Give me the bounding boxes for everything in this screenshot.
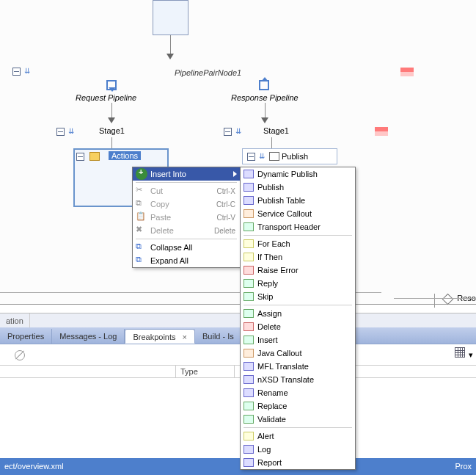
menu-separator	[244, 235, 352, 236]
submenu-item[interactable]: Java Callout	[241, 347, 355, 360]
ruler-line	[394, 298, 476, 299]
submenu-label: nXSD Translate	[257, 375, 351, 384]
menu-paste: 📋 Paste Ctrl-V	[133, 211, 240, 224]
menu-copy: ⧉ Copy Ctrl-C	[133, 197, 240, 211]
submenu-item[interactable]: Publish	[241, 181, 355, 194]
menu-expand-all[interactable]: ⧉ Expand All	[133, 254, 240, 267]
submenu-item[interactable]: Rename	[241, 386, 355, 399]
actions-controls[interactable]	[76, 151, 101, 161]
action-icon	[244, 266, 254, 275]
dropdown-arrow-icon[interactable]: ▾	[469, 350, 473, 359]
start-node[interactable]	[153, 0, 188, 35]
submenu-label: Skip	[257, 292, 351, 301]
action-icon	[244, 209, 254, 218]
action-icon	[244, 183, 254, 192]
submenu-item[interactable]: Validate	[241, 413, 355, 426]
shortcut-label: Ctrl-C	[216, 200, 235, 209]
folder-icon	[89, 152, 100, 161]
column-headers: Type	[0, 365, 476, 378]
submenu-label: If Then	[257, 253, 351, 261]
submenu-item[interactable]: Dynamic Publish	[241, 167, 355, 181]
submenu-label: Java Callout	[257, 349, 351, 358]
dnd-handle-icon[interactable]	[259, 153, 267, 161]
submenu-label: Reply	[257, 279, 351, 288]
tab-properties[interactable]: Properties	[0, 329, 52, 344]
action-icon	[244, 415, 254, 424]
submenu-item[interactable]: nXSD Translate	[241, 373, 355, 386]
submenu-item[interactable]: If Then	[241, 250, 355, 264]
action-icon	[244, 402, 254, 410]
disable-filter-icon[interactable]	[15, 350, 25, 360]
submenu-item[interactable]: Insert	[241, 333, 355, 347]
tab-messages-log[interactable]: Messages - Log	[52, 329, 125, 344]
action-icon	[244, 375, 254, 384]
tab-breakpoints[interactable]: Breakpoints ×	[125, 329, 195, 344]
column-header[interactable]: Type	[176, 366, 235, 377]
submenu-label: Publish Table	[257, 196, 351, 205]
submenu-label: Log	[257, 445, 351, 454]
submenu-item[interactable]: Raise Error	[241, 264, 355, 277]
shortcut-label: Ctrl-X	[216, 187, 235, 195]
submenu-item[interactable]: Replace	[241, 399, 355, 413]
pipeline-pair-label[interactable]: PipelinePairNode1	[175, 68, 241, 77]
pipeline-pair-controls[interactable]	[12, 66, 32, 76]
stage-controls[interactable]	[224, 126, 244, 136]
stage-label[interactable]: Stage1	[99, 126, 125, 135]
submenu-item[interactable]: Reply	[241, 277, 355, 290]
submenu-item[interactable]: Alert	[241, 429, 355, 443]
tab-build[interactable]: Build - Is	[195, 329, 242, 344]
dnd-handle-icon[interactable]	[235, 128, 244, 136]
submenu-arrow-icon	[233, 171, 237, 177]
submenu-label: MFL Translate	[257, 362, 351, 371]
submenu-item[interactable]: Delete	[241, 320, 355, 333]
expand-all-icon: ⧉	[136, 255, 147, 266]
publish-icon	[269, 152, 279, 161]
action-icon	[244, 445, 254, 454]
menu-insert-into[interactable]: + Insert Into	[133, 167, 240, 181]
publish-node[interactable]: Publish	[242, 148, 337, 164]
dnd-handle-icon[interactable]	[24, 68, 32, 76]
copy-icon: ⧉	[136, 198, 147, 210]
minor-tab-partial[interactable]: ation	[0, 313, 30, 328]
menu-collapse-all[interactable]: ⧉ Collapse All	[133, 241, 240, 254]
collapse-icon[interactable]	[76, 153, 84, 161]
tab-label: Breakpoints	[133, 333, 175, 341]
submenu-label: Publish	[257, 183, 351, 192]
action-icon	[244, 309, 254, 318]
close-icon[interactable]: ×	[183, 333, 187, 341]
menu-label: Copy	[150, 200, 216, 209]
collapse-icon[interactable]	[224, 128, 232, 136]
submenu-label: Dynamic Publish	[257, 170, 351, 178]
submenu-item[interactable]: Skip	[241, 290, 355, 303]
submenu-item[interactable]: Publish Table	[241, 194, 355, 207]
submenu-item[interactable]: For Each	[241, 237, 355, 250]
submenu-label: Delete	[257, 322, 351, 331]
stage-label[interactable]: Stage1	[263, 126, 289, 135]
collapse-icon[interactable]	[12, 68, 21, 76]
dnd-handle-icon[interactable]	[68, 128, 76, 136]
shortcut-label: Ctrl-V	[216, 214, 235, 222]
submenu-item[interactable]: Report	[241, 456, 355, 469]
actions-title: Actions	[109, 151, 141, 160]
submenu-item[interactable]: Assign	[241, 307, 355, 320]
submenu-label: For Each	[257, 239, 351, 248]
grid-view-icon[interactable]	[455, 347, 465, 358]
right-pane-tab[interactable]: Reso	[434, 294, 476, 308]
panel-toolbar: ▾	[455, 347, 473, 360]
action-icon	[244, 170, 254, 178]
collapse-icon[interactable]	[247, 153, 255, 161]
submenu-item[interactable]: MFL Translate	[241, 360, 355, 373]
error-flag-icon[interactable]	[400, 68, 414, 76]
column-header[interactable]	[0, 366, 176, 377]
collapse-icon[interactable]	[56, 128, 65, 136]
submenu-item[interactable]: Log	[241, 443, 355, 456]
submenu-label: Insert	[257, 336, 351, 344]
submenu-item[interactable]: Transport Header	[241, 220, 355, 233]
stage-controls[interactable]	[56, 126, 76, 136]
diamond-marker-icon	[442, 293, 454, 305]
submenu-item[interactable]: Service Callout	[241, 207, 355, 220]
scissors-icon: ✂	[136, 185, 147, 197]
error-flag-icon[interactable]	[375, 127, 388, 136]
submenu-label: Replace	[257, 402, 351, 410]
arrow-icon	[108, 117, 115, 123]
